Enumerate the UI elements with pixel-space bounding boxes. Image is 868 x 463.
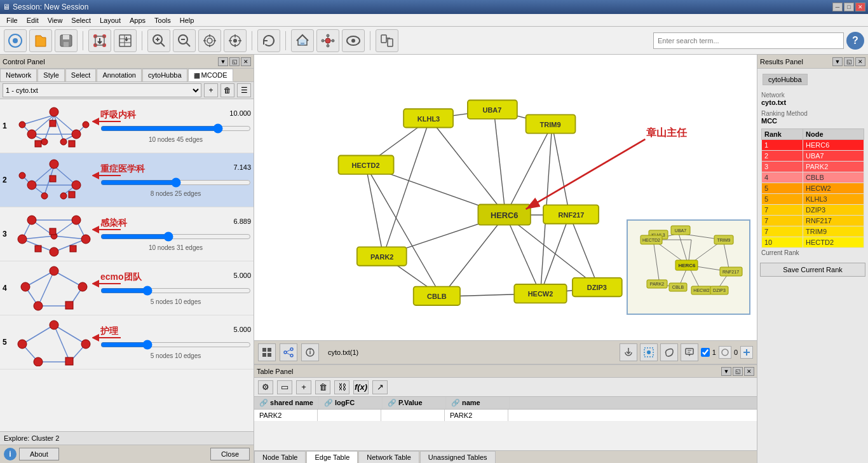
lasso-btn[interactable] (660, 343, 678, 361)
tab-cytohubba[interactable]: cytoHubba (142, 69, 187, 81)
panel-dropdown-btn[interactable]: ▼ (218, 57, 228, 66)
menu-tools[interactable]: Tools (151, 15, 175, 25)
rank-row[interactable]: 7DZIP3 (762, 205, 864, 216)
tab-network[interactable]: Network (0, 69, 37, 81)
tab-annotation[interactable]: Annotation (97, 69, 142, 81)
action-btns-bottom: i About Close (0, 445, 254, 463)
title-bar-controls[interactable]: ─ □ ✕ (832, 3, 865, 11)
tab-network-table[interactable]: Network Table (358, 451, 419, 463)
fit-selected-btn[interactable] (198, 29, 221, 52)
home-btn[interactable] (291, 29, 314, 52)
results-float-btn[interactable]: ◱ (844, 57, 854, 66)
tab-edge-table[interactable]: Edge Table (306, 451, 358, 463)
cluster-num-4: 4 (3, 284, 13, 293)
tab-unassigned-tables[interactable]: Unassigned Tables (420, 451, 496, 463)
menu-apps[interactable]: Apps (126, 15, 149, 25)
show-labels-checkbox[interactable] (701, 348, 710, 357)
rank-row[interactable]: 5HECW2 (762, 183, 864, 194)
table-panel-btns[interactable]: ▼ ◱ ✕ (721, 367, 754, 376)
import-table-btn[interactable] (114, 29, 137, 52)
network-canvas[interactable]: UBA7 KLHL3 TRIM9 HECTD2 HERC6 RNF217 PAR… (254, 55, 757, 340)
help-btn[interactable]: ? (846, 32, 864, 50)
minimize-btn[interactable]: ─ (832, 3, 843, 11)
rank-row[interactable]: 7RNF217 (762, 216, 864, 226)
export-network-btn[interactable] (620, 343, 637, 361)
menu-view[interactable]: View (44, 15, 67, 25)
export-btn[interactable] (376, 29, 398, 52)
panel-close-btn[interactable]: ✕ (241, 57, 251, 66)
table-add-btn[interactable]: + (296, 380, 311, 394)
tab-node-table[interactable]: Node Table (254, 451, 306, 463)
results-tab-cytohubba[interactable]: cytoHubba (763, 74, 808, 85)
show-hide-btn[interactable] (342, 29, 365, 52)
cluster-item-3[interactable]: 3 (0, 207, 254, 261)
table-toggle-btn[interactable]: ▭ (277, 380, 292, 394)
rank-row[interactable]: 2UBA7 (762, 151, 864, 162)
grid-view-btn[interactable] (258, 343, 276, 361)
details-btn[interactable] (301, 343, 319, 361)
panel-float-btn[interactable]: ◱ (229, 57, 240, 66)
cluster-num-5: 5 (3, 338, 13, 347)
results-close-btn[interactable]: ✕ (855, 57, 865, 66)
maximize-btn[interactable]: □ (844, 3, 854, 11)
open-session-btn[interactable] (4, 29, 27, 52)
tab-select[interactable]: Select (65, 69, 97, 81)
first-neighbors-btn[interactable] (316, 29, 339, 52)
svg-point-113 (78, 282, 87, 291)
about-btn[interactable]: About (19, 448, 59, 460)
table-export-btn[interactable]: ↗ (372, 380, 388, 394)
info-btn[interactable]: i (4, 448, 17, 460)
delete-network-btn[interactable]: 🗑 (220, 83, 234, 97)
rank-row[interactable]: 4CBLB (762, 172, 864, 183)
search-input[interactable] (653, 32, 844, 49)
menu-select[interactable]: Select (67, 15, 95, 25)
menu-help[interactable]: Help (176, 15, 198, 25)
toggle-btn[interactable] (719, 346, 731, 359)
explore-label[interactable]: Explore: Cluster 2 (4, 434, 59, 442)
table-panel-float[interactable]: ◱ (733, 367, 743, 376)
zoom-in-btn[interactable] (147, 29, 170, 52)
open-file-btn[interactable] (29, 29, 52, 52)
refresh-btn[interactable] (257, 29, 280, 52)
menu-edit[interactable]: Edit (23, 15, 43, 25)
rank-row[interactable]: 7TRIM9 (762, 226, 864, 237)
fit-network-btn[interactable] (224, 29, 247, 52)
select-nodes-btn[interactable] (640, 343, 658, 361)
panel-header-btns[interactable]: ▼ ◱ ✕ (218, 57, 251, 66)
mini-preview: KLHL3 UBA7 HECTD2 TRIM9 HERC6 RNF217 PAR… (627, 219, 750, 315)
cluster-item-4[interactable]: 4 (0, 261, 254, 315)
save-btn[interactable] (55, 29, 78, 52)
add-network-btn[interactable]: + (204, 83, 218, 97)
tab-style[interactable]: Style (37, 69, 64, 81)
network-selector[interactable]: 1 - cyto.txt (3, 83, 201, 97)
annotations-btn[interactable] (681, 343, 698, 361)
menu-file[interactable]: File (3, 15, 22, 25)
results-dropdown-btn[interactable]: ▼ (832, 57, 843, 66)
table-panel-close[interactable]: ✕ (744, 367, 754, 376)
table-formula-btn[interactable]: f(x) (353, 380, 369, 394)
close-panel-btn[interactable]: Close (210, 448, 250, 460)
cluster-item-1[interactable]: 1 (0, 99, 254, 153)
close-window-btn[interactable]: ✕ (855, 3, 865, 11)
app-icon: 🖥 (3, 3, 10, 11)
rank-row[interactable]: 5KLHL3 (762, 194, 864, 205)
cluster-item-5[interactable]: 5 (0, 315, 254, 370)
table-link-btn[interactable]: ⛓ (334, 380, 349, 394)
share-btn[interactable] (280, 343, 297, 361)
table-delete-btn[interactable]: 🗑 (315, 380, 330, 394)
rank-row[interactable]: 1HERC6 (762, 140, 864, 151)
cluster-score-2: 7.143 (233, 163, 251, 171)
results-panel-btns[interactable]: ▼ ◱ ✕ (832, 57, 865, 66)
import-network-btn[interactable] (88, 29, 111, 52)
nav-btn[interactable] (740, 346, 753, 359)
cluster-item-2[interactable]: 2 (0, 153, 254, 207)
network-options-btn[interactable]: ☰ (237, 83, 251, 97)
rank-row[interactable]: 3PARK2 (762, 162, 864, 172)
tab-mcode[interactable]: MCODE (188, 69, 233, 81)
zoom-out-btn[interactable] (173, 29, 196, 52)
menu-layout[interactable]: Layout (96, 15, 125, 25)
table-settings-btn[interactable]: ⚙ (258, 380, 273, 394)
table-panel-dropdown[interactable]: ▼ (721, 367, 731, 376)
save-rank-btn[interactable]: Save Current Rank (760, 263, 865, 277)
rank-row[interactable]: 10HECTD2 (762, 237, 864, 248)
